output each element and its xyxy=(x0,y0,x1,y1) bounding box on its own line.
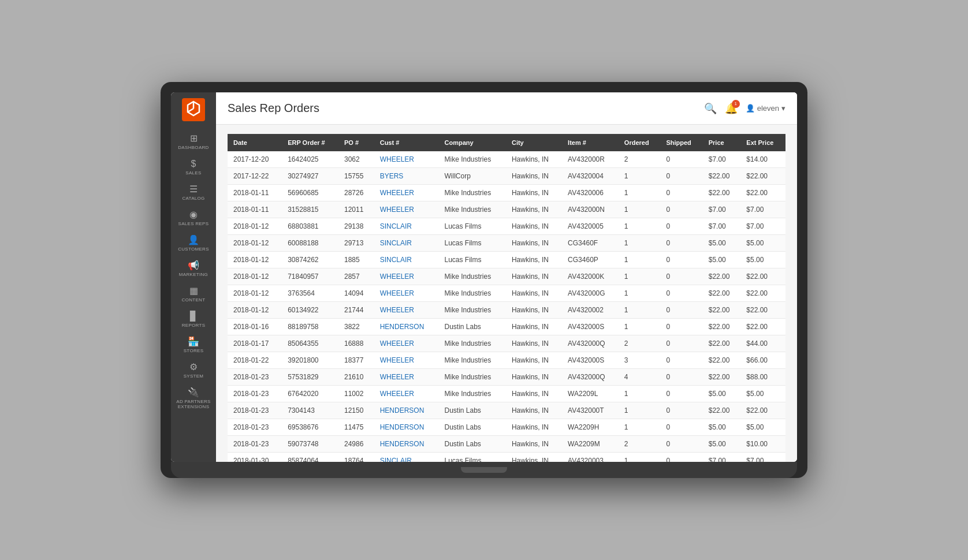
cell-1-10: $22.00 xyxy=(740,168,785,185)
cell-10-1: 88189758 xyxy=(282,319,338,335)
cell-4-3[interactable]: SINCLAIR xyxy=(374,218,439,235)
cell-13-2: 21610 xyxy=(338,369,374,386)
cust-link[interactable]: WHEELER xyxy=(380,339,414,348)
cell-10-5: Hawkins, IN xyxy=(506,319,562,335)
cust-link[interactable]: HENDERSON xyxy=(380,406,425,415)
cell-1-3[interactable]: BYERS xyxy=(374,168,439,185)
cell-12-0: 2018-01-22 xyxy=(228,352,282,369)
cell-16-3[interactable]: HENDERSON xyxy=(374,419,439,436)
cell-8-10: $22.00 xyxy=(740,285,785,302)
cell-16-6: WA2209H xyxy=(562,419,619,436)
col-header-po--: PO # xyxy=(338,134,374,151)
cust-link[interactable]: WHEELER xyxy=(380,206,414,214)
cell-14-1: 67642020 xyxy=(282,386,338,402)
cust-link[interactable]: SINCLAIR xyxy=(380,457,412,462)
table-row: 2018-01-113152881512011WHEELERMike Indus… xyxy=(228,201,785,218)
cell-6-3[interactable]: SINCLAIR xyxy=(374,252,439,268)
cell-2-3[interactable]: WHEELER xyxy=(374,185,439,201)
cell-12-3[interactable]: WHEELER xyxy=(374,352,439,369)
sidebar-item-catalog[interactable]: ☰ CATALOG xyxy=(171,180,216,206)
table-row: 2018-01-12308742621885SINCLAIRLucas Film… xyxy=(228,252,785,268)
cell-18-10: $7.00 xyxy=(740,453,785,462)
cell-14-3[interactable]: WHEELER xyxy=(374,386,439,402)
cust-link[interactable]: WHEELER xyxy=(380,289,414,297)
sidebar-item-sales[interactable]: $ SALES xyxy=(171,155,216,180)
cell-4-1: 68803881 xyxy=(282,218,338,235)
cell-2-0: 2018-01-11 xyxy=(228,185,282,201)
cell-9-2: 21744 xyxy=(338,302,374,319)
cell-17-7: 2 xyxy=(619,436,661,453)
cust-link[interactable]: HENDERSON xyxy=(380,423,425,431)
cell-8-3[interactable]: WHEELER xyxy=(374,285,439,302)
sidebar-item-sales-reps[interactable]: ◉ SALES REPS xyxy=(171,206,216,231)
cust-link[interactable]: SINCLAIR xyxy=(380,256,412,264)
cell-4-6: AV4320005 xyxy=(562,218,619,235)
cell-9-9: $22.00 xyxy=(703,302,741,319)
cell-15-6: AV432000T xyxy=(562,402,619,419)
cell-13-3[interactable]: WHEELER xyxy=(374,369,439,386)
search-button[interactable]: 🔍 xyxy=(704,102,717,115)
cell-5-6: CG3460F xyxy=(562,235,619,252)
cell-5-3[interactable]: SINCLAIR xyxy=(374,235,439,252)
cell-3-0: 2018-01-11 xyxy=(228,201,282,218)
cell-3-9: $7.00 xyxy=(703,201,741,218)
sidebar-item-marketing[interactable]: 📢 MARKETING xyxy=(171,256,216,282)
col-header-ext-price: Ext Price xyxy=(740,134,785,151)
cell-7-3[interactable]: WHEELER xyxy=(374,268,439,285)
cust-link[interactable]: WHEELER xyxy=(380,373,414,381)
cell-17-3[interactable]: HENDERSON xyxy=(374,436,439,453)
cell-18-6: AV4320003 xyxy=(562,453,619,462)
cell-4-7: 1 xyxy=(619,218,661,235)
cust-link[interactable]: SINCLAIR xyxy=(380,239,412,247)
table-container[interactable]: DateERP Order #PO #Cust #CompanyCityItem… xyxy=(216,125,797,462)
cust-link[interactable]: HENDERSON xyxy=(380,440,425,448)
cell-6-6: CG3460P xyxy=(562,252,619,268)
cust-link[interactable]: WHEELER xyxy=(380,390,414,398)
cell-9-5: Hawkins, IN xyxy=(506,302,562,319)
cell-3-3[interactable]: WHEELER xyxy=(374,201,439,218)
cell-11-3[interactable]: WHEELER xyxy=(374,335,439,352)
cust-link[interactable]: WHEELER xyxy=(380,356,414,364)
cell-12-5: Hawkins, IN xyxy=(506,352,562,369)
cell-11-1: 85064355 xyxy=(282,335,338,352)
cell-6-5: Hawkins, IN xyxy=(506,252,562,268)
user-menu-button[interactable]: 👤 eleven ▾ xyxy=(746,104,785,113)
sidebar-item-stores[interactable]: 🏪 STORES xyxy=(171,333,216,358)
sidebar-item-dashboard[interactable]: ⊞ DASHBOARD xyxy=(171,129,216,155)
cust-link[interactable]: WHEELER xyxy=(380,155,414,163)
sidebar-item-reports[interactable]: ▊ REPORTS xyxy=(171,307,216,333)
cell-4-9: $7.00 xyxy=(703,218,741,235)
sidebar-item-customers[interactable]: 👤 CUSTOMERS xyxy=(171,231,216,256)
cell-15-3[interactable]: HENDERSON xyxy=(374,402,439,419)
cell-17-1: 59073748 xyxy=(282,436,338,453)
cell-18-3[interactable]: SINCLAIR xyxy=(374,453,439,462)
cell-14-4: Mike Industries xyxy=(439,386,506,402)
cell-0-3[interactable]: WHEELER xyxy=(374,151,439,168)
cust-link[interactable]: WHEELER xyxy=(380,272,414,281)
cust-link[interactable]: WHEELER xyxy=(380,189,414,197)
cust-link[interactable]: SINCLAIR xyxy=(380,222,412,230)
cell-14-6: WA2209L xyxy=(562,386,619,402)
magento-logo[interactable] xyxy=(182,98,205,121)
topbar-actions: 🔍 🔔 1 👤 eleven ▾ xyxy=(704,102,785,115)
cell-1-6: AV4320004 xyxy=(562,168,619,185)
sidebar-item-system[interactable]: ⚙ SYSTEM xyxy=(171,358,216,383)
cell-6-2: 1885 xyxy=(338,252,374,268)
stores-icon: 🏪 xyxy=(188,337,199,346)
cell-10-3[interactable]: HENDERSON xyxy=(374,319,439,335)
cust-link[interactable]: BYERS xyxy=(380,172,404,180)
cust-link[interactable]: WHEELER xyxy=(380,306,414,314)
cell-8-6: AV432000G xyxy=(562,285,619,302)
cell-9-3[interactable]: WHEELER xyxy=(374,302,439,319)
laptop-frame: ⊞ DASHBOARD $ SALES ☰ CATALOG ◉ SALES RE… xyxy=(161,82,807,478)
col-header-company: Company xyxy=(439,134,506,151)
sidebar-item-extensions[interactable]: 🔌 AD PARTNERS EXTENSIONS xyxy=(171,383,216,414)
sidebar-item-content[interactable]: ▦ CONTENT xyxy=(171,282,216,307)
notifications-button[interactable]: 🔔 1 xyxy=(725,102,738,115)
cell-4-0: 2018-01-12 xyxy=(228,218,282,235)
table-row: 2018-01-235753182921610WHEELERMike Indus… xyxy=(228,369,785,386)
cell-11-8: 0 xyxy=(660,335,702,352)
cell-11-5: Hawkins, IN xyxy=(506,335,562,352)
col-header-date: Date xyxy=(228,134,282,151)
cust-link[interactable]: HENDERSON xyxy=(380,323,425,331)
